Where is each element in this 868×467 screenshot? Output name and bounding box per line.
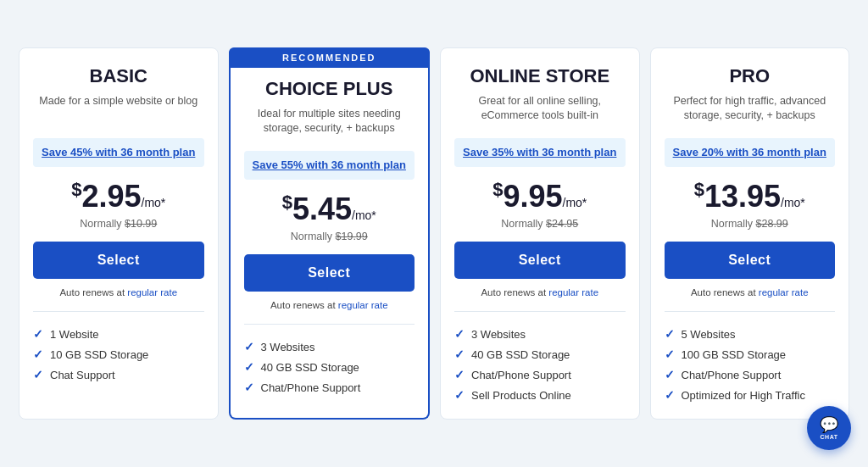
feature-text: 100 GB SSD Storage xyxy=(682,348,787,361)
features-list-pro: ✓ 5 Websites ✓ 100 GB SSD Storage ✓ Chat… xyxy=(665,324,836,405)
savings-banner-online-store: Save 35% with 36 month plan xyxy=(454,138,626,167)
check-icon: ✓ xyxy=(665,327,675,341)
check-icon: ✓ xyxy=(33,368,43,381)
auto-renew-basic: Auto renews at regular rate xyxy=(33,287,204,297)
regular-rate-link-choice-plus[interactable]: regular rate xyxy=(338,300,388,310)
chat-icon: 💬 xyxy=(820,417,838,432)
plan-card-basic: BASICMade for a simple website or blog S… xyxy=(19,47,219,420)
check-icon: ✓ xyxy=(33,327,43,341)
feature-item: ✓ 100 GB SSD Storage xyxy=(665,344,836,364)
feature-item: ✓ 1 Website xyxy=(33,324,204,344)
feature-item: ✓ Optimized for High Traffic xyxy=(665,385,836,405)
select-button-online-store[interactable]: Select xyxy=(454,242,626,279)
select-button-choice-plus[interactable]: Select xyxy=(244,254,415,292)
feature-text: 1 Website xyxy=(50,328,99,341)
price-main-choice-plus: $5.45/mo* xyxy=(282,192,376,226)
savings-link-online-store[interactable]: Save 35% with 36 month plan xyxy=(463,145,617,160)
regular-rate-link-pro[interactable]: regular rate xyxy=(759,287,809,297)
savings-banner-pro: Save 20% with 36 month plan xyxy=(665,138,836,167)
divider-choice-plus xyxy=(244,324,415,325)
price-normal-choice-plus: Normally $19.99 xyxy=(244,231,415,242)
check-icon: ✓ xyxy=(665,388,675,402)
auto-renew-pro: Auto renews at regular rate xyxy=(665,287,836,297)
feature-text: Chat Support xyxy=(50,369,115,381)
plan-card-pro: PROPerfect for high traffic, advanced st… xyxy=(650,47,850,420)
savings-banner-basic: Save 45% with 36 month plan xyxy=(33,138,204,167)
plan-name-pro: PRO xyxy=(665,65,836,87)
check-icon: ✓ xyxy=(244,340,254,353)
features-list-choice-plus: ✓ 3 Websites ✓ 40 GB SSD Storage ✓ Chat/… xyxy=(244,336,415,398)
divider-online-store xyxy=(454,311,626,312)
check-icon: ✓ xyxy=(454,327,465,341)
auto-renew-online-store: Auto renews at regular rate xyxy=(454,287,626,297)
plan-name-online-store: ONLINE STORE xyxy=(454,65,626,87)
chat-label: CHAT xyxy=(821,434,838,440)
feature-text: Chat/Phone Support xyxy=(261,381,361,394)
feature-text: Chat/Phone Support xyxy=(471,369,571,381)
feature-item: ✓ Chat Support xyxy=(33,364,204,385)
feature-text: Optimized for High Traffic xyxy=(682,389,805,402)
price-block-online-store: $9.95/mo* xyxy=(454,179,626,214)
select-button-pro[interactable]: Select xyxy=(665,242,836,279)
check-icon: ✓ xyxy=(454,368,465,381)
feature-text: 5 Websites xyxy=(682,328,736,341)
plan-desc-pro: Perfect for high traffic, advanced stora… xyxy=(665,94,836,126)
feature-item: ✓ Chat/Phone Support xyxy=(454,364,626,385)
price-normal-basic: Normally $10.99 xyxy=(33,218,204,230)
plan-desc-choice-plus: Ideal for multiple sites needing storage… xyxy=(244,107,415,139)
feature-text: 40 GB SSD Storage xyxy=(261,361,359,374)
feature-text: 10 GB SSD Storage xyxy=(50,348,148,361)
feature-item: ✓ Chat/Phone Support xyxy=(665,364,836,385)
plan-card-choice-plus: RECOMMENDEDCHOICE PLUSIdeal for multiple… xyxy=(229,47,431,420)
check-icon: ✓ xyxy=(33,347,43,361)
plan-desc-basic: Made for a simple website or blog xyxy=(33,94,204,126)
feature-text: 40 GB SSD Storage xyxy=(471,348,570,361)
feature-text: 3 Websites xyxy=(471,328,526,341)
check-icon: ✓ xyxy=(454,347,465,361)
chat-widget[interactable]: 💬 CHAT xyxy=(807,406,851,450)
plan-name-choice-plus: CHOICE PLUS xyxy=(244,78,415,100)
plan-desc-online-store: Great for all online selling, eCommerce … xyxy=(454,94,626,126)
price-block-pro: $13.95/mo* xyxy=(665,179,836,214)
check-icon: ✓ xyxy=(454,388,465,402)
price-main-pro: $13.95/mo* xyxy=(694,179,805,214)
savings-link-choice-plus[interactable]: Save 55% with 36 month plan xyxy=(253,158,407,173)
plan-card-online-store: ONLINE STOREGreat for all online selling… xyxy=(440,47,640,420)
feature-text: Chat/Phone Support xyxy=(682,369,782,381)
savings-banner-choice-plus: Save 55% with 36 month plan xyxy=(244,151,415,180)
feature-item: ✓ Chat/Phone Support xyxy=(244,377,415,398)
feature-item: ✓ 3 Websites xyxy=(454,324,626,344)
price-normal-pro: Normally $28.99 xyxy=(665,218,836,230)
savings-link-pro[interactable]: Save 20% with 36 month plan xyxy=(673,145,827,160)
check-icon: ✓ xyxy=(244,381,254,394)
check-icon: ✓ xyxy=(244,360,254,374)
price-main-online-store: $9.95/mo* xyxy=(492,179,587,214)
price-block-choice-plus: $5.45/mo* xyxy=(244,192,415,227)
divider-pro xyxy=(665,311,836,312)
feature-item: ✓ 40 GB SSD Storage xyxy=(244,357,415,377)
regular-rate-link-basic[interactable]: regular rate xyxy=(127,287,177,297)
feature-item: ✓ 5 Websites xyxy=(665,324,836,344)
recommended-badge: RECOMMENDED xyxy=(229,47,431,68)
pricing-container: BASICMade for a simple website or blog S… xyxy=(14,47,854,420)
feature-item: ✓ 10 GB SSD Storage xyxy=(33,344,204,364)
feature-text: Sell Products Online xyxy=(471,389,571,402)
divider-basic xyxy=(33,311,204,312)
feature-item: ✓ Sell Products Online xyxy=(454,385,626,405)
price-normal-online-store: Normally $24.95 xyxy=(454,218,626,230)
feature-item: ✓ 40 GB SSD Storage xyxy=(454,344,626,364)
plan-name-basic: BASIC xyxy=(33,65,204,87)
features-list-basic: ✓ 1 Website ✓ 10 GB SSD Storage ✓ Chat S… xyxy=(33,324,204,385)
check-icon: ✓ xyxy=(665,368,675,381)
feature-item: ✓ 3 Websites xyxy=(244,336,415,357)
auto-renew-choice-plus: Auto renews at regular rate xyxy=(244,300,415,310)
features-list-online-store: ✓ 3 Websites ✓ 40 GB SSD Storage ✓ Chat/… xyxy=(454,324,626,405)
select-button-basic[interactable]: Select xyxy=(33,242,204,279)
regular-rate-link-online-store[interactable]: regular rate xyxy=(548,287,598,297)
price-block-basic: $2.95/mo* xyxy=(33,179,204,214)
feature-text: 3 Websites xyxy=(261,341,315,353)
price-main-basic: $2.95/mo* xyxy=(71,179,165,214)
check-icon: ✓ xyxy=(665,347,675,361)
savings-link-basic[interactable]: Save 45% with 36 month plan xyxy=(42,145,196,160)
